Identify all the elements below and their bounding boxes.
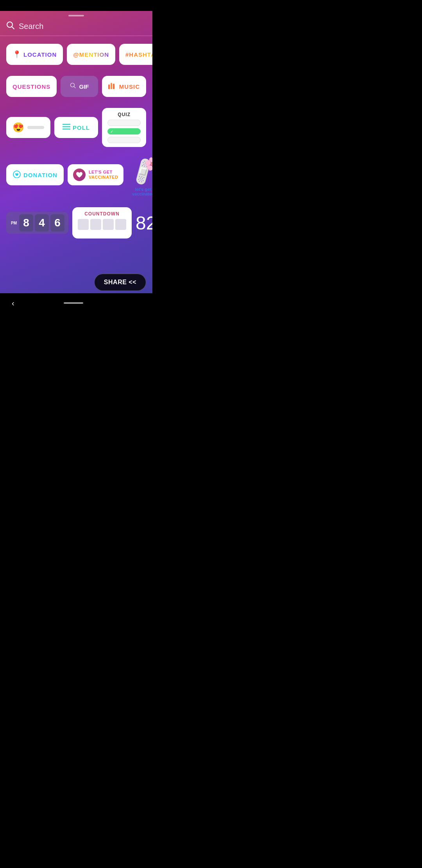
music-label: MUSIC [119, 83, 140, 90]
countdown-box-2 [90, 219, 101, 230]
countdown-label: COUNTDOWN [84, 211, 120, 217]
top-bar: Search [0, 11, 152, 36]
hashtag-label: #HASHTAG [125, 51, 152, 58]
quiz-option-3 [107, 137, 141, 143]
countdown-box-3 [103, 219, 114, 230]
time-digit-2: 4 [35, 214, 49, 231]
time-period: PM [10, 221, 18, 225]
donation-label: DONATION [23, 172, 57, 178]
share-button[interactable]: SHARE << [94, 274, 146, 291]
donation-sticker[interactable]: DONATION [6, 158, 64, 185]
time-digit-1: 8 [19, 214, 33, 231]
poll-label: POLL [73, 124, 90, 131]
quiz-check-icon: ✓ [110, 129, 113, 134]
search-placeholder: Search [19, 22, 43, 31]
quiz-option-1 [107, 120, 141, 126]
heart-eyes-emoji: 😍 [13, 122, 24, 133]
svg-line-3 [74, 86, 75, 88]
nav-bar: ‹ [0, 293, 152, 313]
emoji-slider-sticker[interactable]: 😍 [6, 117, 50, 138]
mention-sticker[interactable]: @MENTION [67, 44, 115, 65]
quiz-title: QUIZ [107, 112, 141, 117]
slider-track[interactable] [27, 126, 44, 129]
search-icon [6, 21, 15, 32]
vaccinated-heart-icon [73, 169, 86, 181]
search-bar[interactable]: Search [0, 21, 152, 36]
drag-handle[interactable] [68, 15, 84, 16]
gif-sticker[interactable]: GIF [61, 76, 98, 97]
temperature-value: 82°F [136, 212, 152, 234]
back-button[interactable]: ‹ [12, 299, 14, 308]
sticker-row-3: 😍 POLL QUIZ [6, 108, 146, 147]
gif-search-icon [70, 82, 76, 90]
svg-rect-6 [113, 84, 114, 89]
quiz-option-correct: ✓ [107, 128, 141, 135]
quiz-sticker[interactable]: QUIZ ✓ [102, 108, 146, 147]
vaccinated-sticker[interactable]: LET'S GET VACCINATED [68, 158, 123, 185]
vaccinated-caption: let's getvaccinated [132, 187, 152, 196]
location-sticker[interactable]: 📍 LOCATION [6, 44, 63, 65]
sticker-row-4: DONATION LET'S GET VACCINATED [6, 158, 146, 196]
sticker-row-2: QUESTIONS GIF [6, 76, 146, 97]
time-sticker[interactable]: PM 8 4 6 [6, 212, 68, 234]
hashtag-sticker[interactable]: #HASHTAG [119, 44, 152, 65]
vaccinated-illustrated-sticker[interactable]: 🩹 🌸 let's getvaccinated [127, 158, 152, 196]
sticker-row-5: PM 8 4 6 COUNTDOWN [6, 207, 146, 239]
vaccinated-text: LET'S GET VACCINATED [89, 170, 118, 180]
svg-rect-4 [108, 84, 110, 89]
status-bar [0, 0, 152, 11]
countdown-box-1 [78, 219, 89, 230]
home-indicator[interactable] [64, 302, 83, 304]
countdown-box-4 [115, 219, 126, 230]
mention-label: @MENTION [73, 51, 109, 58]
location-label: LOCATION [23, 51, 57, 58]
countdown-boxes [78, 219, 126, 230]
gif-label: GIF [79, 83, 89, 90]
questions-sticker[interactable]: QUESTIONS [6, 76, 57, 97]
music-sticker[interactable]: MUSIC [102, 76, 146, 97]
music-bars-icon [108, 82, 117, 91]
poll-sticker[interactable]: POLL [54, 117, 98, 138]
bottom-area: SHARE << [0, 274, 152, 293]
questions-label: QUESTIONS [13, 83, 50, 90]
donation-heart-icon [13, 170, 21, 180]
stickers-grid: 📍 LOCATION @MENTION #HASHTAG QUESTIONS [0, 36, 152, 246]
poll-lines-icon [63, 124, 70, 131]
temperature-sticker[interactable]: 82°F [136, 212, 152, 234]
sticker-row-1: 📍 LOCATION @MENTION #HASHTAG [6, 44, 146, 65]
countdown-sticker[interactable]: COUNTDOWN [72, 207, 132, 239]
svg-rect-5 [111, 83, 112, 89]
svg-line-1 [12, 27, 14, 29]
time-digit-3: 6 [50, 214, 64, 231]
location-pin-icon: 📍 [13, 50, 21, 59]
vaccinated-illustration: 🩹 🌸 [127, 158, 152, 185]
